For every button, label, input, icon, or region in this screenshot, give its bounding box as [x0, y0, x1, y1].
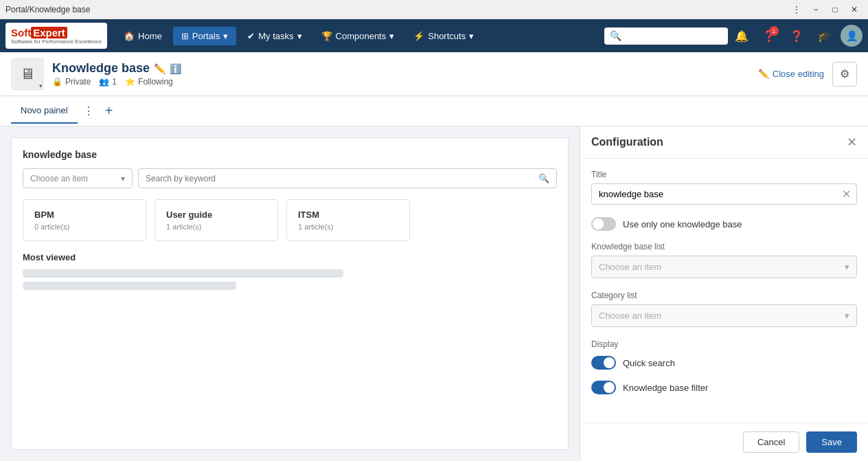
config-body: Title ✕ Use only one knowledge base Know…	[580, 159, 868, 423]
window-controls: ⋮ − □ ✕	[788, 3, 863, 16]
graduation-btn[interactable]: 🎓	[813, 25, 835, 47]
info-icon[interactable]: ℹ️	[170, 63, 181, 74]
toggle-kbfilter[interactable]	[591, 381, 616, 394]
close-editing-btn[interactable]: ✏️ Close editing	[758, 69, 824, 79]
main-area: knowledge base Choose an item ▾ 🔍 BPM 0 …	[0, 126, 868, 461]
window-minimize-btn[interactable]: −	[808, 3, 824, 16]
widget-title: knowledge base	[23, 149, 557, 160]
save-btn[interactable]: Save	[806, 431, 857, 453]
notifications-btn[interactable]: 🔔	[731, 25, 753, 47]
toggle-kb-thumb	[593, 218, 604, 229]
config-title: Configuration	[591, 136, 663, 148]
dropdown-placeholder: Choose an item	[30, 174, 88, 183]
toggle-kbfilter-thumb	[604, 382, 615, 393]
portals-icon: ⊞	[181, 31, 189, 41]
nav-icons: 🔔 ❓ 1 ❓ 🎓 👤	[731, 25, 863, 47]
mytasks-chevron-icon: ▾	[297, 31, 302, 41]
config-kb-list-label: Knowledge base list	[591, 242, 857, 251]
tab-novo-painel[interactable]: Novo painel	[11, 98, 78, 124]
keyword-search-input[interactable]	[146, 174, 534, 183]
config-display-section: Display Quick search Knowledge base filt…	[591, 339, 857, 394]
search-icon: 🔍	[610, 30, 621, 41]
toggle-kb-row: Use only one knowledge base	[591, 217, 857, 231]
cat-list-placeholder: Choose an item	[599, 311, 661, 321]
shortcuts-nav-btn[interactable]: ⚡ Shortcuts ▾	[405, 27, 482, 45]
config-cat-list-label: Category list	[591, 291, 857, 300]
toggle-kbfilter-label: Knowledge base filter	[623, 383, 708, 393]
kb-icon-wrap[interactable]: 🖥 ▾	[11, 58, 44, 91]
toggle-quicksearch[interactable]	[591, 356, 616, 370]
home-nav-btn[interactable]: 🏠 Home	[115, 27, 170, 45]
pencil-icon: ✏️	[758, 69, 769, 79]
members-badge: 👥 1	[99, 77, 117, 87]
mytasks-icon: ✔	[247, 31, 255, 41]
search-lens-icon: 🔍	[538, 173, 549, 183]
window-title: Portal/Knowledge base	[5, 5, 90, 14]
logo: SoftExpert Software for Performance Exce…	[5, 23, 107, 49]
config-close-btn[interactable]: ✕	[847, 136, 857, 148]
title-bar: Portal/Knowledge base ⋮ − □ ✕	[0, 0, 868, 19]
shortcuts-chevron-icon: ▾	[469, 31, 474, 41]
top-nav: SoftExpert Software for Performance Exce…	[0, 19, 868, 52]
portals-chevron-icon: ▾	[223, 31, 228, 41]
config-kb-list-select[interactable]: Choose an item ▾	[591, 256, 857, 278]
window-close-btn[interactable]: ✕	[846, 3, 863, 16]
toggle-quicksearch-label: Quick search	[623, 358, 675, 368]
toggle-kbfilter-row: Knowledge base filter	[591, 381, 857, 394]
kb-icon: 🖥	[20, 65, 35, 83]
private-badge: 🔒 Private	[52, 77, 91, 87]
avatar[interactable]: 👤	[841, 25, 863, 47]
config-panel: Configuration ✕ Title ✕ Use only one kno…	[580, 126, 868, 461]
window-maximize-btn[interactable]: □	[827, 3, 843, 16]
mytasks-nav-btn[interactable]: ✔ My tasks ▾	[239, 27, 310, 45]
toggle-kb-label: Use only one knowledge base	[623, 219, 742, 229]
components-nav-btn[interactable]: 🏆 Components ▾	[313, 27, 403, 45]
kb-cards: BPM 0 article(s) User guide 1 article(s)…	[23, 199, 557, 241]
toggle-quicksearch-row: Quick search	[591, 356, 857, 370]
kb-card-userguide[interactable]: User guide 1 article(s)	[155, 199, 278, 241]
kb-title-area: Knowledge base ✏️ ℹ️ 🔒 Private 👥 1 ⭐ Fol…	[52, 61, 750, 87]
config-title-clear-btn[interactable]: ✕	[836, 188, 856, 201]
window-menu-btn[interactable]: ⋮	[788, 3, 805, 16]
members-icon: 👥	[99, 77, 109, 87]
gear-icon: ⚙	[840, 67, 849, 80]
toggle-kb[interactable]	[591, 217, 616, 231]
config-header: Configuration ✕	[580, 126, 868, 159]
nav-search-input[interactable]	[604, 27, 728, 45]
toggle-quicksearch-thumb	[604, 357, 615, 368]
config-title-section: Title ✕	[591, 170, 857, 205]
dropdown-chevron-icon: ▾	[121, 174, 125, 183]
config-footer: Cancel Save	[580, 423, 868, 461]
kb-card-itsm[interactable]: ITSM 1 article(s)	[286, 199, 410, 241]
config-title-input[interactable]	[592, 184, 836, 204]
kb-title-text: Knowledge base	[52, 61, 150, 76]
cancel-btn[interactable]: Cancel	[743, 431, 799, 453]
home-icon: 🏠	[124, 31, 135, 41]
kb-list-placeholder: Choose an item	[599, 262, 661, 272]
components-icon: 🏆	[321, 31, 332, 41]
config-display-label: Display	[591, 339, 857, 349]
tab-bar: Novo painel ⋮ +	[0, 96, 868, 126]
question-btn[interactable]: ❓	[786, 25, 808, 47]
star-icon: ⭐	[125, 77, 135, 87]
tab-kebab-btn[interactable]: ⋮	[80, 103, 97, 119]
left-panel: knowledge base Choose an item ▾ 🔍 BPM 0 …	[0, 126, 580, 461]
edit-icon[interactable]: ✏️	[154, 63, 165, 74]
add-tab-btn[interactable]: +	[100, 102, 119, 121]
kb-widget: knowledge base Choose an item ▾ 🔍 BPM 0 …	[11, 137, 569, 450]
sub-header: 🖥 ▾ Knowledge base ✏️ ℹ️ 🔒 Private 👥 1 ⭐…	[0, 52, 868, 96]
config-cat-list-section: Category list Choose an item ▾	[591, 291, 857, 327]
cat-list-chevron-icon: ▾	[845, 311, 849, 321]
widget-toolbar: Choose an item ▾ 🔍	[23, 168, 557, 188]
shortcuts-icon: ⚡	[413, 31, 424, 41]
help-badge-btn[interactable]: ❓ 1	[758, 25, 780, 47]
kb-card-bpm[interactable]: BPM 0 article(s)	[23, 199, 146, 241]
help-badge: 1	[769, 26, 779, 36]
config-cat-list-select[interactable]: Choose an item ▾	[591, 304, 857, 327]
item-dropdown[interactable]: Choose an item ▾	[23, 168, 133, 188]
gear-settings-btn[interactable]: ⚙	[832, 62, 857, 87]
config-title-input-wrap: ✕	[591, 183, 857, 205]
portals-nav-btn[interactable]: ⊞ Portals ▾	[173, 27, 236, 45]
lock-icon: 🔒	[52, 77, 62, 87]
keyword-search: 🔍	[138, 168, 557, 188]
